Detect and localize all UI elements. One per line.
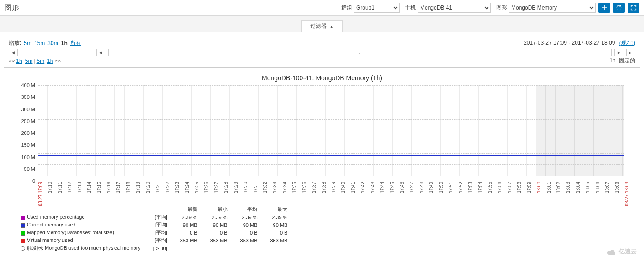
- y-axis-labels: 050 M100 M150 M200 M250 M300 M350 M400 M: [15, 85, 37, 181]
- main-end-button[interactable]: ▸|: [626, 49, 635, 56]
- mini-prev-button[interactable]: ◄: [9, 49, 18, 56]
- page-title: 图形: [5, 3, 19, 13]
- now-link[interactable]: (现在!): [619, 40, 635, 46]
- x-tick: 18:06: [595, 182, 600, 193]
- x-tick: 18:05: [585, 182, 590, 193]
- x-tick: 17:28: [223, 182, 229, 193]
- col-avg: 平均: [234, 205, 264, 213]
- zoom-all[interactable]: 所有: [70, 39, 81, 47]
- x-tick: 17:15: [97, 182, 102, 193]
- x-tick: 17:57: [507, 182, 512, 193]
- x-tick: 17:42: [360, 182, 365, 193]
- zoom-label: 缩放:: [9, 39, 21, 47]
- refresh-button[interactable]: [613, 3, 625, 13]
- y-tick: 200 M: [21, 130, 35, 136]
- x-tick: 17:18: [126, 182, 131, 193]
- filter-label: 过滤器: [310, 23, 327, 29]
- x-tick: 17:44: [380, 182, 385, 193]
- x-tick: 17:17: [116, 182, 121, 193]
- fixed-duration: 1h: [609, 57, 615, 64]
- fwd-fast-icon: »»: [55, 58, 61, 64]
- x-tick: 17:56: [497, 182, 502, 193]
- x-tick: 17:49: [429, 182, 434, 193]
- x-tick: 17:36: [302, 182, 307, 193]
- filter-bar: 过滤器 ▲: [0, 16, 644, 32]
- back-fast-icon: ««: [9, 58, 15, 64]
- x-tick: 17:45: [390, 182, 395, 193]
- x-tick: 17:54: [478, 182, 483, 193]
- x-tick: 17:30: [243, 182, 248, 193]
- zoom-row: 缩放: 5m 15m 30m 1h 所有 2017-03-27 17:09 - …: [4, 36, 640, 48]
- y-tick: 150 M: [21, 142, 35, 148]
- mini-slider[interactable]: [21, 49, 93, 56]
- x-tick: 17:53: [468, 182, 473, 193]
- y-tick: 0: [32, 178, 35, 184]
- x-tick: 17:23: [175, 182, 180, 193]
- y-tick: 50 M: [24, 166, 35, 172]
- nav-row: ◄ ◄ ⋮⋮⋮ ► ▸|: [4, 48, 640, 57]
- series-line: [38, 155, 624, 156]
- fullscreen-button[interactable]: [628, 3, 639, 13]
- x-tick: 17:14: [87, 182, 92, 193]
- graph-label: 图形: [496, 4, 507, 12]
- x-tick: 17:43: [370, 182, 375, 193]
- preset-row: «« 1h 5m | 5m 1h »» 1h 固定的: [4, 57, 640, 67]
- preset-back-1h[interactable]: 1h: [16, 58, 22, 64]
- x-tick: 17:27: [214, 182, 219, 193]
- zoom-15m[interactable]: 15m: [34, 40, 45, 46]
- main-next-button[interactable]: ►: [614, 49, 623, 56]
- x-tick: 17:37: [312, 182, 317, 193]
- zoom-30m[interactable]: 30m: [47, 40, 58, 46]
- preset-fwd-1h[interactable]: 1h: [47, 58, 53, 64]
- zoom-1h[interactable]: 1h: [61, 40, 68, 46]
- x-tick: 17:41: [351, 182, 356, 193]
- x-tick: 18:03: [566, 182, 571, 193]
- x-tick: 17:16: [106, 182, 111, 193]
- time-slider[interactable]: ⋮⋮⋮: [108, 49, 612, 56]
- x-end: 03-27 18:09: [624, 182, 629, 206]
- x-tick: 18:02: [556, 182, 561, 193]
- legend-row: Used memory percentage [平均] 2.39 %2.39 %…: [14, 213, 294, 221]
- filter-toggle[interactable]: 过滤器 ▲: [301, 20, 342, 32]
- x-tick: 17:51: [448, 182, 453, 193]
- x-tick: 17:48: [419, 182, 424, 193]
- x-tick: 17:12: [67, 182, 72, 193]
- group-label: 群组: [341, 4, 352, 12]
- preset-fwd-5m[interactable]: 5m: [37, 58, 45, 64]
- x-tick: 17:52: [458, 182, 463, 193]
- col-max: 最大: [264, 205, 294, 213]
- x-tick: 17:59: [527, 182, 532, 193]
- legend-row: Mapped Memory(Databases' total size) [平均…: [14, 229, 294, 236]
- chart-title: MongoDB-100-41: MongoDB Memory (1h): [10, 74, 634, 82]
- series-line: [38, 176, 624, 176]
- x-tick: 17:55: [488, 182, 493, 193]
- x-tick: 17:46: [400, 182, 405, 193]
- top-toolbar: 图形 群组 Group1 主机 MongoDB 41 图形 MongoDB Me…: [0, 0, 644, 16]
- plot-area: [38, 85, 624, 176]
- y-tick: 100 M: [21, 154, 35, 160]
- fixed-label[interactable]: 固定的: [619, 57, 635, 64]
- legend-row: Current memory used [平均] 90 MB90 MB90 MB…: [14, 221, 294, 229]
- x-tick: 17:21: [155, 182, 160, 193]
- x-start: 03-27 17:09: [38, 182, 43, 206]
- zoom-5m[interactable]: 5m: [24, 40, 31, 46]
- col-latest: 最新: [174, 205, 204, 213]
- series-line: [38, 96, 624, 96]
- group-select[interactable]: Group1: [354, 3, 400, 13]
- x-tick: 17:32: [263, 182, 268, 193]
- main-prev-button[interactable]: ◄: [96, 49, 105, 56]
- time-range: 2017-03-27 17:09 - 2017-03-27 18:09: [524, 40, 615, 46]
- x-axis-labels: 03-27 17:0917:1017:1117:1217:1317:1417:1…: [38, 181, 624, 203]
- preset-back-5m[interactable]: 5m: [25, 58, 33, 64]
- x-tick: 17:31: [253, 182, 258, 193]
- add-button[interactable]: [598, 3, 610, 13]
- x-tick: 17:29: [234, 182, 239, 193]
- graph-select[interactable]: MongoDB Memory: [509, 3, 596, 13]
- host-select[interactable]: MongoDB 41: [418, 3, 491, 13]
- x-tick: 17:50: [439, 182, 444, 193]
- chevron-up-icon: ▲: [330, 24, 334, 29]
- legend: 最新 最小 平均 最大 Used memory percentage [平均] …: [14, 205, 634, 252]
- x-tick: 17:20: [145, 182, 151, 193]
- x-tick: 18:01: [546, 182, 551, 193]
- y-tick: 250 M: [21, 118, 35, 124]
